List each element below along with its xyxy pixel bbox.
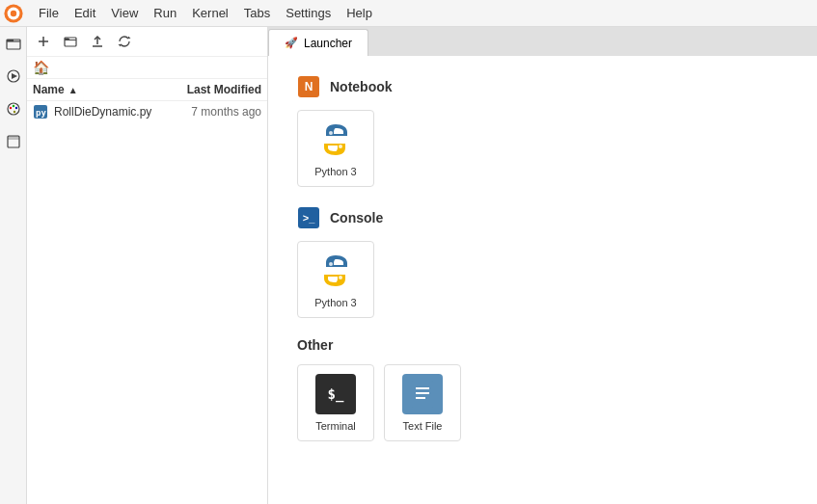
home-icon[interactable]: 🏠 bbox=[33, 60, 49, 75]
file-name: RollDieDynamic.py bbox=[54, 105, 165, 119]
python3-notebook-icon bbox=[315, 119, 356, 160]
menu-kernel[interactable]: Kernel bbox=[184, 4, 236, 22]
launcher-tab[interactable]: 🚀 Launcher bbox=[268, 29, 368, 56]
layout-icon[interactable] bbox=[3, 131, 24, 152]
svg-point-23 bbox=[329, 262, 333, 266]
console-banner-icon: >_ bbox=[298, 207, 319, 228]
tab-bar: 🚀 Launcher bbox=[268, 27, 817, 56]
console-python3-card[interactable]: Python 3 bbox=[297, 241, 374, 318]
file-panel: 🏠 Name ▲ Last Modified py RollDieDynamic bbox=[27, 27, 268, 504]
breadcrumb: 🏠 bbox=[27, 57, 267, 79]
sort-arrow-icon: ▲ bbox=[68, 85, 78, 95]
menu-run[interactable]: Run bbox=[146, 4, 184, 22]
other-section-label: Other bbox=[297, 337, 788, 353]
svg-point-24 bbox=[339, 276, 342, 279]
table-row[interactable]: py RollDieDynamic.py 7 months ago bbox=[27, 101, 267, 122]
svg-point-8 bbox=[9, 107, 11, 109]
notebook-python3-label: Python 3 bbox=[314, 166, 356, 177]
notebook-grid: Python 3 bbox=[297, 110, 788, 187]
terminal-icon: $_ bbox=[315, 374, 356, 414]
textfile-label: Text File bbox=[403, 420, 443, 432]
notebook-section-label: N Notebook bbox=[297, 75, 788, 98]
notebook-section-icon: N bbox=[297, 75, 320, 98]
file-toolbar bbox=[27, 27, 267, 57]
terminal-label: Terminal bbox=[315, 420, 356, 432]
svg-rect-4 bbox=[7, 40, 14, 41]
content-area: 🚀 Launcher N Notebook bbox=[268, 27, 817, 504]
svg-point-11 bbox=[13, 111, 14, 113]
other-grid: $_ Terminal bbox=[297, 364, 788, 441]
menu-settings[interactable]: Settings bbox=[278, 4, 339, 22]
jupyter-logo bbox=[4, 4, 23, 23]
svg-point-2 bbox=[11, 10, 16, 15]
refresh-button[interactable] bbox=[114, 31, 135, 52]
svg-rect-13 bbox=[8, 136, 19, 140]
console-section-label: >_ Console bbox=[297, 206, 788, 229]
menubar: File Edit View Run Kernel Tabs Settings … bbox=[0, 0, 817, 27]
file-list: py RollDieDynamic.py 7 months ago bbox=[27, 101, 267, 504]
menu-file[interactable]: File bbox=[31, 4, 67, 22]
textfile-icon bbox=[402, 374, 443, 414]
file-modified: 7 months ago bbox=[165, 105, 261, 119]
svg-text:py: py bbox=[36, 108, 46, 118]
console-python3-label: Python 3 bbox=[314, 297, 356, 308]
menu-tabs[interactable]: Tabs bbox=[236, 4, 278, 22]
upload-button[interactable] bbox=[87, 31, 108, 52]
launcher-tab-label: Launcher bbox=[304, 37, 352, 50]
main-layout: 🏠 Name ▲ Last Modified py RollDieDynamic bbox=[0, 27, 817, 504]
console-grid: Python 3 bbox=[297, 241, 788, 318]
menu-help[interactable]: Help bbox=[339, 4, 380, 22]
terminal-card[interactable]: $_ Terminal bbox=[297, 364, 374, 441]
run-icon[interactable] bbox=[3, 66, 24, 87]
svg-point-9 bbox=[12, 105, 14, 107]
menu-view[interactable]: View bbox=[103, 4, 146, 22]
launcher-tab-icon: 🚀 bbox=[285, 37, 298, 49]
svg-marker-6 bbox=[12, 73, 17, 79]
folder-icon[interactable] bbox=[3, 33, 24, 54]
modified-column-header[interactable]: Last Modified bbox=[165, 83, 261, 96]
new-file-button[interactable] bbox=[33, 31, 54, 52]
menu-edit[interactable]: Edit bbox=[67, 4, 103, 22]
notebook-python3-card[interactable]: Python 3 bbox=[297, 110, 374, 187]
sidebar-icons bbox=[0, 27, 27, 504]
console-section-icon: >_ bbox=[297, 206, 320, 229]
svg-point-10 bbox=[14, 107, 16, 109]
file-list-header: Name ▲ Last Modified bbox=[27, 79, 267, 101]
svg-point-21 bbox=[329, 131, 333, 135]
textfile-card[interactable]: Text File bbox=[384, 364, 461, 441]
name-column-header[interactable]: Name ▲ bbox=[33, 83, 165, 96]
palette-icon[interactable] bbox=[3, 98, 24, 119]
svg-point-22 bbox=[339, 145, 342, 148]
python3-console-icon bbox=[315, 251, 356, 291]
new-folder-button[interactable] bbox=[60, 31, 81, 52]
launcher-content: N Notebook bbox=[268, 56, 817, 504]
python-file-icon: py bbox=[33, 104, 48, 119]
notebook-banner-icon: N bbox=[298, 76, 319, 97]
